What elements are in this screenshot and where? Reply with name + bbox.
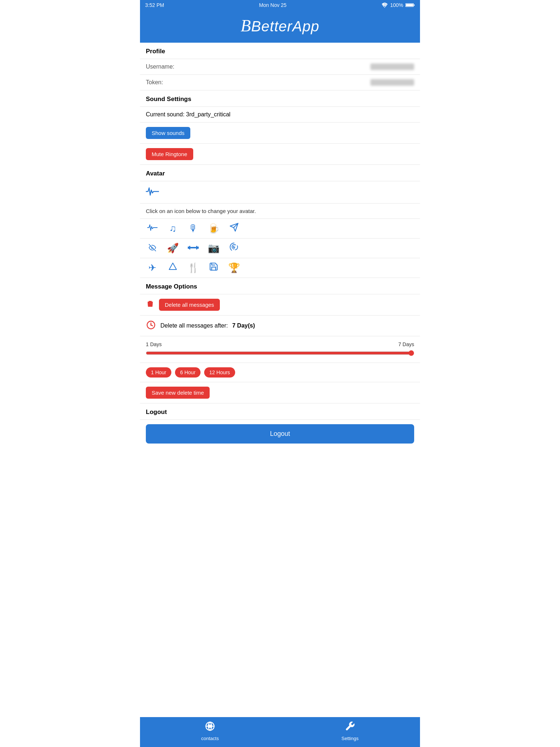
svg-rect-11 <box>151 303 151 305</box>
logout-section-header: Logout <box>140 403 420 419</box>
username-value <box>370 63 414 70</box>
mute-ringtone-button[interactable]: Mute Ringtone <box>146 148 193 160</box>
status-bar: 3:52 PM Mon Nov 25 100% <box>140 0 420 10</box>
token-label: Token: <box>146 79 179 86</box>
status-date: Mon Nov 25 <box>259 2 286 8</box>
token-row: Token: <box>140 75 420 90</box>
svg-marker-9 <box>169 263 176 270</box>
delete-after-value: 7 Day(s) <box>232 322 255 329</box>
profile-section-header: Profile <box>140 43 420 59</box>
app-header: BBetterApp <box>140 10 420 43</box>
username-label: Username: <box>146 63 179 70</box>
avatar-icon-eye-slash[interactable] <box>146 243 159 254</box>
12-hours-button[interactable]: 12 Hours <box>204 367 235 378</box>
avatar-row-1: ♫ 🎙 🍺 <box>140 219 420 239</box>
avatar-icon-triangle[interactable] <box>166 262 179 274</box>
save-delete-time-row: Save new delete time <box>140 382 420 403</box>
clock-icon <box>146 320 156 332</box>
main-content: Profile Username: Token: Sound Settings … <box>140 43 420 477</box>
avatar-icon-send[interactable] <box>228 222 241 235</box>
quick-buttons-row: 1 Hour 6 Hour 12 Hours <box>140 363 420 382</box>
avatar-row-2: 🚀 📷 <box>140 239 420 258</box>
status-time: 3:52 PM <box>145 2 164 8</box>
avatar-icon-activity[interactable] <box>146 223 159 234</box>
message-options-section-header: Message Options <box>140 278 420 294</box>
mute-ringtone-row: Mute Ringtone <box>140 144 420 165</box>
logout-button-row: Logout <box>140 420 420 448</box>
delete-time-slider[interactable] <box>146 350 414 356</box>
svg-rect-4 <box>188 247 189 249</box>
token-value <box>370 79 414 86</box>
app-title: BBetterApp <box>140 16 420 35</box>
status-right: 100% <box>381 2 415 8</box>
avatar-icon-microphone[interactable]: 🎙 <box>187 223 200 234</box>
svg-rect-3 <box>414 4 415 5</box>
delete-all-messages-button[interactable]: Delete all messages <box>159 299 220 311</box>
status-battery: 100% <box>390 2 403 8</box>
avatar-row-3: ✈ 🍴 🏆 <box>140 258 420 278</box>
current-sound-row: Current sound: 3rd_party_critical <box>140 107 420 123</box>
svg-rect-8 <box>197 247 199 249</box>
avatar-icon-rocket[interactable]: 🚀 <box>166 243 179 254</box>
svg-rect-6 <box>190 247 196 248</box>
avatar-instruction: Click on an icon below to change your av… <box>140 204 420 219</box>
trash-icon <box>146 299 155 310</box>
delete-after-row: Delete all messages after: 7 Day(s) <box>140 316 420 336</box>
svg-point-16 <box>150 324 152 326</box>
sound-section-header: Sound Settings <box>140 90 420 107</box>
avatar-icon-barbell[interactable] <box>187 243 200 254</box>
avatar-current-row <box>140 181 420 204</box>
avatar-icon-save[interactable] <box>207 262 220 274</box>
1-hour-button[interactable]: 1 Hour <box>146 367 171 378</box>
avatar-section-header: Avatar <box>140 165 420 181</box>
avatar-icon-beer[interactable]: 🍺 <box>207 223 220 234</box>
svg-rect-10 <box>149 303 150 305</box>
6-hour-button[interactable]: 6 Hour <box>175 367 201 378</box>
avatar-icon-camera[interactable]: 📷 <box>207 243 220 254</box>
avatar-icon-music[interactable]: ♫ <box>166 223 179 234</box>
wifi-icon <box>381 3 388 8</box>
logout-button[interactable]: Logout <box>146 424 414 444</box>
current-avatar-icon <box>146 186 159 197</box>
battery-icon <box>405 3 415 8</box>
slider-min-label: 1 Days <box>146 341 162 347</box>
avatar-icon-plane[interactable]: ✈ <box>146 262 159 274</box>
save-delete-time-button[interactable]: Save new delete time <box>146 387 210 399</box>
slider-row: 1 Days 7 Days <box>140 336 420 363</box>
slider-labels: 1 Days 7 Days <box>146 341 414 347</box>
avatar-icon-fingerprint[interactable] <box>228 242 241 254</box>
delete-all-row: Delete all messages <box>140 294 420 316</box>
delete-after-label: Delete all messages after: <box>160 322 228 329</box>
show-sounds-button[interactable]: Show sounds <box>146 127 190 139</box>
svg-rect-5 <box>189 246 190 249</box>
username-row: Username: <box>140 59 420 75</box>
slider-max-label: 7 Days <box>398 341 414 347</box>
svg-rect-2 <box>406 4 413 6</box>
show-sounds-row: Show sounds <box>140 123 420 144</box>
svg-point-0 <box>384 7 385 8</box>
svg-rect-7 <box>196 246 197 249</box>
avatar-icon-trophy[interactable]: 🏆 <box>228 262 241 274</box>
current-sound-text: Current sound: 3rd_party_critical <box>146 111 230 118</box>
avatar-icon-utensils[interactable]: 🍴 <box>187 262 200 274</box>
